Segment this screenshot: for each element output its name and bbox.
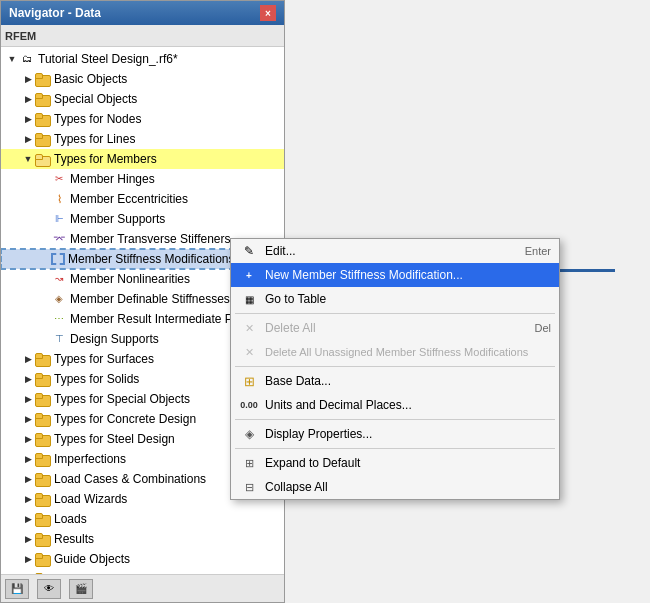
context-menu-base-data[interactable]: ⊞ Base Data... bbox=[231, 369, 559, 393]
guide-objects-label: Guide Objects bbox=[54, 552, 130, 566]
imperfections-arrow[interactable] bbox=[21, 452, 35, 466]
member-stiffness-icon bbox=[51, 253, 65, 265]
context-menu-goto-table[interactable]: ▦ Go to Table bbox=[231, 287, 559, 311]
context-menu-expand[interactable]: ⊞ Expand to Default bbox=[231, 451, 559, 475]
delete-all-icon: ✕ bbox=[239, 318, 259, 338]
separator-1 bbox=[235, 313, 555, 314]
edit-icon: ✎ bbox=[239, 241, 259, 261]
context-menu: ✎ Edit... Enter + New Member Stiffness M… bbox=[230, 238, 560, 500]
types-solids-arrow[interactable] bbox=[21, 372, 35, 386]
tree-item-guide-objects[interactable]: Guide Objects bbox=[1, 549, 284, 569]
rfem-toolbar: RFEM bbox=[1, 25, 284, 47]
tree-item-types-members[interactable]: Types for Members bbox=[1, 149, 284, 169]
load-cases-arrow[interactable] bbox=[21, 472, 35, 486]
types-solids-label: Types for Solids bbox=[54, 372, 139, 386]
member-eccentricities-label: Member Eccentricities bbox=[70, 192, 188, 206]
separator-2 bbox=[235, 366, 555, 367]
member-stiffness-arrow bbox=[37, 252, 51, 266]
edit-label: Edit... bbox=[265, 244, 505, 258]
context-menu-display-props[interactable]: ◈ Display Properties... bbox=[231, 422, 559, 446]
tree-item-member-eccentricities[interactable]: ⌇ Member Eccentricities bbox=[1, 189, 284, 209]
tree-item-special-objects[interactable]: Special Objects bbox=[1, 89, 284, 109]
member-supports-icon: ⊩ bbox=[51, 212, 67, 226]
types-nodes-label: Types for Nodes bbox=[54, 112, 141, 126]
base-data-label: Base Data... bbox=[265, 374, 551, 388]
record-button[interactable]: 🎬 bbox=[69, 579, 93, 599]
imperfections-label: Imperfections bbox=[54, 452, 126, 466]
delete-unassigned-label: Delete All Unassigned Member Stiffness M… bbox=[265, 346, 551, 358]
root-expand-arrow[interactable] bbox=[5, 52, 19, 66]
delete-all-shortcut: Del bbox=[534, 322, 551, 334]
types-members-label: Types for Members bbox=[54, 152, 157, 166]
types-lines-arrow[interactable] bbox=[21, 132, 35, 146]
types-concrete-arrow[interactable] bbox=[21, 412, 35, 426]
tree-item-types-nodes[interactable]: Types for Nodes bbox=[1, 109, 284, 129]
root-icon: 🗂 bbox=[19, 52, 35, 66]
concrete-design-icon bbox=[35, 572, 51, 574]
load-wizards-icon bbox=[35, 492, 51, 506]
types-members-arrow[interactable] bbox=[21, 152, 35, 166]
results-arrow[interactable] bbox=[21, 532, 35, 546]
display-props-label: Display Properties... bbox=[265, 427, 551, 441]
context-menu-units[interactable]: 0.00 Units and Decimal Places... bbox=[231, 393, 559, 417]
member-supports-label: Member Supports bbox=[70, 212, 165, 226]
member-eccentricities-icon: ⌇ bbox=[51, 192, 67, 206]
delete-all-label: Delete All bbox=[265, 321, 514, 335]
results-label: Results bbox=[54, 532, 94, 546]
context-menu-collapse[interactable]: ⊟ Collapse All bbox=[231, 475, 559, 499]
types-steel-icon bbox=[35, 432, 51, 446]
context-menu-edit[interactable]: ✎ Edit... Enter bbox=[231, 239, 559, 263]
special-objects-label: Special Objects bbox=[54, 92, 137, 106]
member-transverse-icon: ⌤ bbox=[51, 232, 67, 246]
loads-arrow[interactable] bbox=[21, 512, 35, 526]
collapse-icon: ⊟ bbox=[239, 477, 259, 497]
units-label: Units and Decimal Places... bbox=[265, 398, 551, 412]
types-surfaces-icon bbox=[35, 352, 51, 366]
save-button[interactable]: 💾 bbox=[5, 579, 29, 599]
member-eccentricities-arrow bbox=[37, 192, 51, 206]
member-nonlinearities-arrow bbox=[37, 272, 51, 286]
member-stiffness-label: Member Stiffness Modifications bbox=[68, 252, 235, 266]
separator-3 bbox=[235, 419, 555, 420]
close-button[interactable]: × bbox=[260, 5, 276, 21]
types-special-arrow[interactable] bbox=[21, 392, 35, 406]
delete-unassigned-icon: ✕ bbox=[239, 342, 259, 362]
types-nodes-icon bbox=[35, 112, 51, 126]
types-steel-arrow[interactable] bbox=[21, 432, 35, 446]
member-result-arrow bbox=[37, 312, 51, 326]
loads-icon bbox=[35, 512, 51, 526]
tree-item-loads[interactable]: Loads bbox=[1, 509, 284, 529]
context-menu-delete-unassigned[interactable]: ✕ Delete All Unassigned Member Stiffness… bbox=[231, 340, 559, 364]
types-nodes-arrow[interactable] bbox=[21, 112, 35, 126]
member-hinges-arrow bbox=[37, 172, 51, 186]
edit-shortcut: Enter bbox=[525, 245, 551, 257]
context-menu-delete-all[interactable]: ✕ Delete All Del bbox=[231, 316, 559, 340]
basic-objects-arrow[interactable] bbox=[21, 72, 35, 86]
member-supports-arrow bbox=[37, 212, 51, 226]
load-cases-icon bbox=[35, 472, 51, 486]
load-wizards-arrow[interactable] bbox=[21, 492, 35, 506]
types-lines-label: Types for Lines bbox=[54, 132, 135, 146]
design-supports-icon: ⊤ bbox=[51, 332, 67, 346]
arrow-line bbox=[560, 269, 615, 272]
member-nonlinearities-icon: ↝ bbox=[51, 272, 67, 286]
tree-item-results[interactable]: Results bbox=[1, 529, 284, 549]
member-nonlinearities-label: Member Nonlinearities bbox=[70, 272, 190, 286]
context-menu-new-stiffness[interactable]: + New Member Stiffness Modification... bbox=[231, 263, 559, 287]
types-surfaces-arrow[interactable] bbox=[21, 352, 35, 366]
tree-item-member-hinges[interactable]: ✂ Member Hinges bbox=[1, 169, 284, 189]
new-stiffness-icon: + bbox=[239, 265, 259, 285]
tree-item-member-supports[interactable]: ⊩ Member Supports bbox=[1, 209, 284, 229]
design-supports-label: Design Supports bbox=[70, 332, 159, 346]
display-props-icon: ◈ bbox=[239, 424, 259, 444]
root-label: Tutorial Steel Design_.rf6* bbox=[38, 52, 178, 66]
design-supports-arrow bbox=[37, 332, 51, 346]
tree-item-types-lines[interactable]: Types for Lines bbox=[1, 129, 284, 149]
tree-root[interactable]: 🗂 Tutorial Steel Design_.rf6* bbox=[1, 49, 284, 69]
special-objects-arrow[interactable] bbox=[21, 92, 35, 106]
types-concrete-icon bbox=[35, 412, 51, 426]
tree-item-basic-objects[interactable]: Basic Objects bbox=[1, 69, 284, 89]
title-bar: Navigator - Data × bbox=[1, 1, 284, 25]
view-button[interactable]: 👁 bbox=[37, 579, 61, 599]
guide-objects-arrow[interactable] bbox=[21, 552, 35, 566]
